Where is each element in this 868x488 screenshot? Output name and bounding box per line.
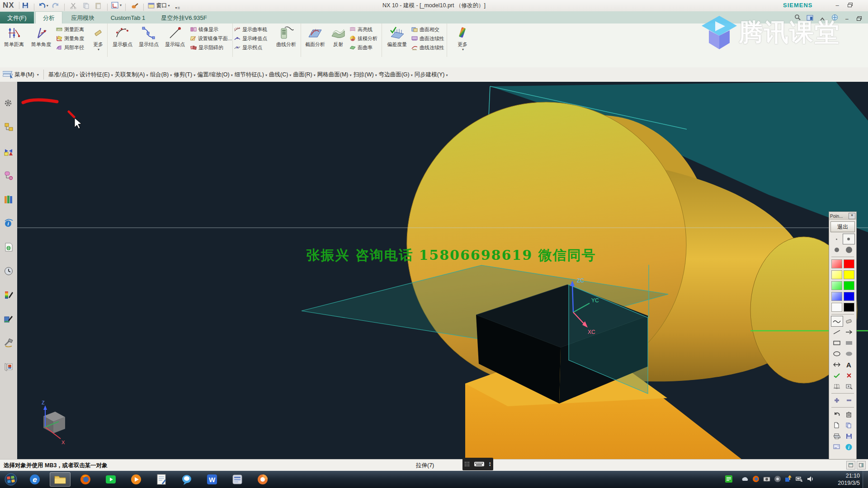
menu-surface[interactable]: 曲面(R)▾ bbox=[293, 71, 315, 79]
tool-filled-rectangle[interactable] bbox=[843, 338, 854, 348]
menu-trim[interactable]: 修剪(T)▾ bbox=[174, 71, 195, 79]
tool-text[interactable]: A bbox=[843, 360, 854, 370]
tool-zoom-region[interactable] bbox=[843, 381, 854, 391]
status-panel-icon[interactable] bbox=[857, 461, 866, 469]
btn-mirror-display[interactable]: 镜像显示 bbox=[190, 25, 232, 33]
command-finder-icon[interactable] bbox=[792, 13, 803, 21]
btn-local-radius[interactable]: 局部半径 bbox=[56, 43, 90, 52]
child-restore-button[interactable] bbox=[854, 14, 865, 23]
tool-zoom-out[interactable] bbox=[843, 395, 854, 405]
pen-size-4[interactable] bbox=[843, 245, 854, 255]
taskbar-player-icon[interactable] bbox=[126, 472, 146, 487]
pen-size-1[interactable] bbox=[831, 234, 842, 244]
btn-measure-distance[interactable]: 测量距离 bbox=[56, 25, 90, 33]
tab-customtab1[interactable]: CustomTab 1 bbox=[104, 12, 153, 24]
color-light-blue[interactable] bbox=[831, 292, 842, 301]
taskbar-office-icon[interactable] bbox=[227, 472, 248, 487]
tab-application-modules[interactable]: 应用模块 bbox=[64, 12, 102, 24]
tool-undo[interactable] bbox=[831, 409, 842, 419]
btn-measure-angle[interactable]: 测量角度 bbox=[56, 34, 90, 42]
btn-curve-continuity[interactable]: 曲线连续性 bbox=[411, 43, 446, 52]
tool-filled-ellipse[interactable] bbox=[843, 349, 854, 359]
btn-highlight-lines[interactable]: 高亮线 bbox=[349, 25, 380, 33]
child-minimize-button[interactable]: – bbox=[841, 15, 852, 23]
btn-curve-analysis[interactable]: 曲线分析 bbox=[273, 24, 299, 55]
taskbar-iqiyi-icon[interactable] bbox=[100, 472, 121, 487]
color-green[interactable] bbox=[844, 281, 854, 290]
color-blue[interactable] bbox=[844, 292, 854, 301]
restore-button[interactable] bbox=[844, 1, 856, 9]
menu-curve[interactable]: 曲线(C)▾ bbox=[269, 71, 291, 79]
tray-update-icon[interactable] bbox=[784, 475, 793, 483]
image-panel-icon[interactable] bbox=[4, 362, 14, 372]
history-icon[interactable] bbox=[4, 266, 14, 276]
color-light-yellow[interactable] bbox=[831, 270, 842, 279]
tray-capture-icon[interactable] bbox=[762, 475, 771, 483]
menu-sweep[interactable]: 扫掠(W)▾ bbox=[354, 71, 377, 79]
btn-show-obstructed[interactable]: 显示阻碍的 bbox=[190, 43, 232, 52]
tool-freehand[interactable] bbox=[831, 316, 843, 327]
btn-section-analysis[interactable]: 截面分析 bbox=[302, 24, 328, 55]
tools-icon[interactable] bbox=[4, 338, 14, 348]
tool-line[interactable] bbox=[831, 327, 842, 337]
tool-rectangle[interactable] bbox=[831, 338, 842, 348]
tab-plugin[interactable]: 星空外挂V6.935F bbox=[154, 12, 214, 24]
menu-offset-scale[interactable]: 偏置/缩放(O)▾ bbox=[197, 71, 233, 79]
menu-detail-feature[interactable]: 细节特征(L)▾ bbox=[235, 71, 267, 79]
tool-confirm[interactable] bbox=[831, 371, 842, 380]
menu-design-feature[interactable]: 设计特征(E)▾ bbox=[80, 71, 113, 79]
taskbar-clock[interactable]: 21:10 2019/3/5 bbox=[824, 472, 860, 487]
color-palette-icon[interactable] bbox=[4, 290, 14, 300]
taskbar-notepad-icon[interactable] bbox=[151, 472, 172, 487]
menu-flange-surface[interactable]: 弯边曲面(G)▾ bbox=[379, 71, 413, 79]
tool-arrow[interactable] bbox=[843, 327, 854, 337]
constraint-navigator-icon[interactable] bbox=[4, 146, 14, 156]
view-triad-cube[interactable]: Z X bbox=[42, 400, 65, 445]
taskbar-firefox-icon[interactable] bbox=[75, 472, 96, 487]
show-desktop-button[interactable] bbox=[863, 471, 868, 488]
reuse-library-icon[interactable] bbox=[4, 194, 14, 204]
btn-deviation-gauge[interactable]: 偏差度量 bbox=[383, 24, 410, 55]
btn-face-curvature[interactable]: 面曲率 bbox=[349, 43, 380, 52]
menu-associative-copy[interactable]: 关联复制(A)▾ bbox=[115, 71, 148, 79]
btn-inflection-points[interactable]: 显示拐点 bbox=[234, 43, 272, 52]
visualization-icon[interactable] bbox=[4, 314, 14, 324]
tool-zoom-in[interactable] bbox=[831, 395, 842, 405]
color-yellow[interactable] bbox=[844, 270, 854, 279]
btn-simple-distance[interactable]: 简单距离 bbox=[1, 24, 27, 55]
color-black[interactable] bbox=[844, 303, 854, 312]
part-navigator-icon[interactable] bbox=[4, 170, 14, 180]
btn-show-endpoints[interactable]: 显示端点 bbox=[162, 24, 188, 55]
pen-size-3[interactable] bbox=[831, 245, 842, 255]
tool-message[interactable] bbox=[831, 442, 842, 452]
taskbar-explorer-icon[interactable] bbox=[50, 472, 71, 487]
btn-surface-intersection[interactable]: 曲面相交 bbox=[411, 25, 446, 33]
tool-new-page[interactable] bbox=[831, 420, 842, 430]
tool-eraser[interactable] bbox=[844, 316, 855, 326]
btn-more-tools[interactable]: 更多▾ bbox=[451, 24, 474, 55]
window-layout-icon[interactable] bbox=[804, 14, 815, 22]
taskbar-browser-icon[interactable] bbox=[252, 472, 273, 487]
tool-save[interactable] bbox=[843, 431, 854, 441]
btn-simple-angle[interactable]: 简单角度 bbox=[28, 24, 54, 55]
tray-network-icon[interactable] bbox=[795, 475, 804, 483]
menu-combine[interactable]: 组合(B)▾ bbox=[150, 71, 172, 79]
help-icon[interactable] bbox=[829, 13, 840, 21]
annotation-panel-titlebar[interactable]: Poin... ✕ bbox=[829, 212, 856, 220]
color-light-green[interactable] bbox=[831, 281, 842, 290]
tool-ellipse[interactable] bbox=[831, 349, 842, 359]
exit-button[interactable]: 退出 bbox=[830, 221, 855, 232]
pen-size-2[interactable] bbox=[843, 234, 855, 244]
tool-cancel[interactable] bbox=[843, 371, 854, 380]
btn-peak-points[interactable]: 显示峰值点 bbox=[234, 34, 272, 42]
start-button[interactable] bbox=[1, 472, 21, 487]
btn-surface-continuity[interactable]: 曲面连续性 bbox=[411, 34, 446, 42]
tool-delete[interactable] bbox=[843, 409, 854, 419]
taskbar-wps-icon[interactable]: W bbox=[202, 472, 222, 487]
viewport-canvas[interactable]: ZC YC XC Z X 张振兴 咨询电话 15806698619 微信同号 bbox=[17, 82, 868, 459]
color-white[interactable] bbox=[831, 303, 842, 312]
status-dock-icon[interactable] bbox=[846, 461, 855, 469]
color-red[interactable] bbox=[844, 259, 854, 268]
tray-app-icon[interactable] bbox=[773, 475, 782, 483]
internet-explorer-icon[interactable]: i bbox=[4, 218, 14, 228]
